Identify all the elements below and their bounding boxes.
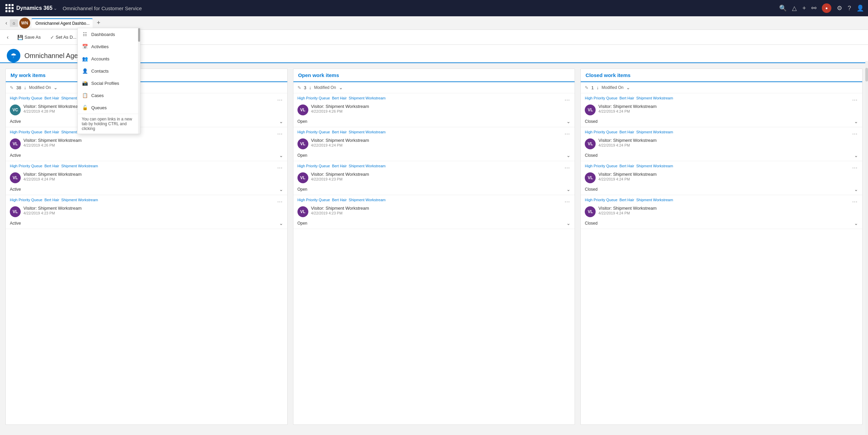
work-item-tag[interactable]: Bert Hair (619, 164, 634, 168)
work-item-tag[interactable]: Bert Hair (44, 164, 59, 168)
work-item-tag[interactable]: High Priority Queue (10, 96, 42, 100)
work-item-tag[interactable]: High Priority Queue (297, 164, 330, 168)
expand-chevron-icon[interactable]: ⌄ (279, 119, 283, 124)
status-dot[interactable]: ● (822, 3, 831, 13)
nav-back-button[interactable]: ‹ (3, 19, 10, 27)
work-item-more-button[interactable]: ⋯ (276, 130, 283, 138)
work-item-avatar: VL (585, 138, 596, 149)
work-item-tag[interactable]: Bert Hair (332, 164, 347, 168)
right-scrollbar[interactable] (865, 61, 868, 430)
expand-chevron-icon[interactable]: ⌄ (566, 119, 571, 124)
work-item-date: 4/22/2019 4:24 PM (598, 211, 858, 215)
work-item-tag[interactable]: High Priority Queue (297, 198, 330, 202)
expand-chevron-icon[interactable]: ⌄ (566, 187, 571, 192)
work-item-tag[interactable]: Bert Hair (619, 96, 634, 100)
column-edit-icon: ✎ (10, 85, 14, 90)
back-button[interactable]: ‹ (4, 33, 11, 42)
work-item-tag[interactable]: Shipment Workstream (349, 130, 386, 134)
work-item-tag[interactable]: High Priority Queue (10, 164, 42, 168)
dropdown-item-cases[interactable]: 📋 Cases (78, 89, 140, 101)
work-item-tag[interactable]: Shipment Workstream (636, 130, 673, 134)
expand-chevron-icon[interactable]: ⌄ (854, 153, 858, 158)
sort-down-icon[interactable]: ↓ (309, 85, 311, 90)
work-item-more-button[interactable]: ⋯ (564, 96, 571, 104)
add-tab-button[interactable]: + (94, 18, 103, 28)
work-item-card: High Priority QueueBert HairShipment Wor… (581, 127, 862, 161)
work-item-tag[interactable]: High Priority Queue (585, 130, 617, 134)
work-item-tag[interactable]: Bert Hair (332, 130, 347, 134)
expand-chevron-icon[interactable]: ⌄ (854, 221, 858, 226)
page-icon: ☂ (7, 49, 20, 62)
sort-chevron-icon[interactable]: ⌄ (626, 85, 630, 90)
app-title-chevron[interactable]: ⌄ (53, 5, 57, 11)
work-item-tag[interactable]: Bert Hair (619, 130, 634, 134)
tab-dashboard[interactable]: Omnichannel Agent Dashbo... (32, 18, 93, 28)
work-item-footer: Active ⌄ (10, 117, 283, 124)
work-item-tag[interactable]: Bert Hair (44, 96, 59, 100)
expand-chevron-icon[interactable]: ⌄ (854, 119, 858, 124)
dropdown-item-queues[interactable]: 🔓 Queues (78, 101, 140, 114)
sort-chevron-icon[interactable]: ⌄ (54, 85, 58, 90)
nav-grid-icon[interactable] (4, 3, 15, 14)
app-grid-icon[interactable] (4, 3, 15, 14)
work-item-more-button[interactable]: ⋯ (851, 198, 858, 206)
work-item-status: Open (297, 187, 307, 192)
user-icon[interactable]: 👤 (856, 4, 864, 12)
filter-icon[interactable]: ⚯ (811, 4, 816, 12)
sort-down-icon[interactable]: ↓ (597, 85, 599, 90)
work-item-tag[interactable]: Bert Hair (44, 198, 59, 202)
search-icon[interactable]: 🔍 (779, 4, 787, 12)
work-item-tag[interactable]: High Priority Queue (585, 96, 617, 100)
expand-chevron-icon[interactable]: ⌄ (279, 187, 283, 192)
add-icon[interactable]: + (802, 5, 806, 12)
expand-chevron-icon[interactable]: ⌄ (279, 221, 283, 226)
save-as-button[interactable]: 💾 Save As (14, 33, 44, 42)
set-as-default-button[interactable]: ✓ Set As D... (47, 33, 80, 42)
dropdown-item-social-profiles[interactable]: 📸 Social Profiles (78, 77, 140, 89)
work-item-more-button[interactable]: ⋯ (276, 96, 283, 104)
notify-icon[interactable]: △ (792, 4, 797, 12)
work-item-tag[interactable]: Shipment Workstream (636, 96, 673, 100)
work-item-tag[interactable]: Shipment Workstream (349, 198, 386, 202)
work-item-tag[interactable]: Shipment Workstream (636, 164, 673, 168)
work-item-tag[interactable]: Bert Hair (332, 198, 347, 202)
sort-down-icon[interactable]: ↓ (24, 85, 26, 90)
work-item-more-button[interactable]: ⋯ (564, 130, 571, 138)
work-item-tag[interactable]: High Priority Queue (585, 198, 617, 202)
help-icon[interactable]: ? (848, 5, 851, 12)
work-item-more-button[interactable]: ⋯ (851, 96, 858, 104)
work-item-more-button[interactable]: ⋯ (851, 130, 858, 138)
dropdown-scrollbar[interactable] (138, 28, 140, 134)
work-item-tag[interactable]: Shipment Workstream (349, 164, 386, 168)
dropdown-item-contacts[interactable]: 👤 Contacts (78, 65, 140, 77)
work-item-tag[interactable]: Shipment Workstream (61, 164, 98, 168)
work-item-more-button[interactable]: ⋯ (564, 164, 571, 172)
dropdown-item-dashboards[interactable]: ☷ Dashboards (78, 28, 140, 40)
sidebar-home-icon[interactable]: ⌂ (10, 19, 18, 27)
work-item-tag[interactable]: Bert Hair (332, 96, 347, 100)
expand-chevron-icon[interactable]: ⌄ (566, 153, 571, 158)
work-item-more-button[interactable]: ⋯ (851, 164, 858, 172)
work-item-tag[interactable]: High Priority Queue (10, 130, 42, 134)
dropdown-item-accounts[interactable]: 👥 Accounts (78, 53, 140, 65)
expand-chevron-icon[interactable]: ⌄ (854, 187, 858, 192)
sort-chevron-icon[interactable]: ⌄ (339, 85, 343, 90)
work-item-tag[interactable]: Shipment Workstream (61, 198, 98, 202)
work-item-tag[interactable]: Shipment Workstream (349, 96, 386, 100)
work-item-tag[interactable]: High Priority Queue (297, 96, 330, 100)
dropdown-item-activities[interactable]: 📅 Activities (78, 40, 140, 53)
settings-icon[interactable]: ⚙ (837, 4, 842, 12)
work-item-tag[interactable]: High Priority Queue (10, 198, 42, 202)
expand-chevron-icon[interactable]: ⌄ (566, 221, 571, 226)
work-item-more-button[interactable]: ⋯ (276, 198, 283, 206)
expand-chevron-icon[interactable]: ⌄ (279, 153, 283, 158)
user-avatar-nav[interactable]: WN (19, 18, 30, 29)
work-item-tag[interactable]: High Priority Queue (585, 164, 617, 168)
work-item-avatar: VC (10, 105, 21, 115)
work-item-tag[interactable]: High Priority Queue (297, 130, 330, 134)
work-item-more-button[interactable]: ⋯ (564, 198, 571, 206)
work-item-tag[interactable]: Bert Hair (44, 130, 59, 134)
work-item-tag[interactable]: Bert Hair (619, 198, 634, 202)
work-item-tag[interactable]: Shipment Workstream (636, 198, 673, 202)
work-item-more-button[interactable]: ⋯ (276, 164, 283, 172)
